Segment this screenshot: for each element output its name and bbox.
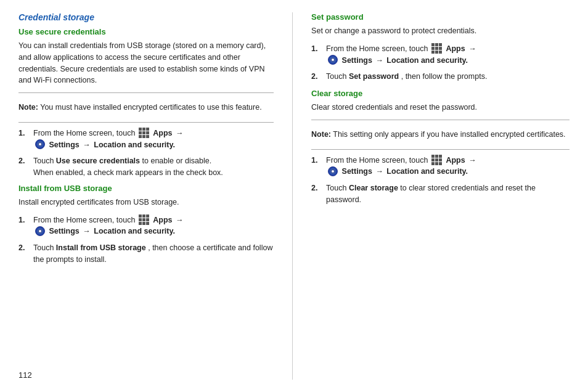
clr-step-content-2: Touch Clear storage to clear stored cred… bbox=[326, 182, 570, 206]
settings-label-4: Settings bbox=[342, 167, 375, 176]
clear-storage-body: Clear stored credentials and reset the p… bbox=[311, 102, 570, 113]
use-secure-cred-steps: 1. From the Home screen, touch Apps → bbox=[18, 128, 274, 179]
step-num-1: 1. bbox=[18, 128, 33, 151]
install-usb-title: Install from USB storage bbox=[18, 184, 274, 193]
apps-label-1: Apps bbox=[153, 129, 174, 137]
install-step2-pre: Touch bbox=[33, 243, 56, 252]
step2-pre: Touch bbox=[33, 157, 56, 165]
step-1: 1. From the Home screen, touch Apps → bbox=[18, 128, 274, 151]
note-box-2: Note: This setting only appears if you h… bbox=[311, 125, 570, 144]
settings-icon-1 bbox=[35, 139, 46, 150]
settings-icon-3 bbox=[327, 54, 338, 65]
apps-label-4: Apps bbox=[446, 156, 467, 165]
setpw-step-num-2: 2. bbox=[311, 71, 326, 83]
set-password-title: Set password bbox=[311, 12, 570, 22]
page: Credential storage Use secure credential… bbox=[0, 0, 588, 392]
divider-1 bbox=[18, 92, 274, 93]
arrow-4b: → bbox=[375, 167, 383, 176]
install-usb-body: Install encrypted certificates from USB … bbox=[18, 197, 274, 208]
install-step-content-2: Touch Install from USB storage , then ch… bbox=[33, 242, 274, 266]
settings-label-1: Settings bbox=[49, 141, 81, 149]
setpw-step2-bold: Set password bbox=[349, 72, 399, 81]
settings-icon-2 bbox=[35, 226, 46, 237]
setpw-step-num-1: 1. bbox=[311, 43, 326, 67]
apps-label-2: Apps bbox=[153, 216, 174, 224]
clr-step-1: 1. From the Home screen, touch Apps → bbox=[311, 155, 570, 178]
apps-icon-2 bbox=[139, 214, 150, 225]
arrow-1b: → bbox=[83, 141, 91, 149]
setpw-step-2: 2. Touch Set password , then follow the … bbox=[311, 71, 570, 83]
loc-security-4: Location and security. bbox=[386, 167, 468, 176]
arrow-3: → bbox=[468, 44, 476, 53]
step-content-1: From the Home screen, touch Apps → bbox=[33, 128, 274, 151]
clr-step2-bold: Clear storage bbox=[349, 184, 398, 192]
arrow-4: → bbox=[468, 156, 476, 165]
clr-step-num-2: 2. bbox=[311, 182, 326, 206]
setpw-step2-pre: Touch bbox=[326, 72, 349, 81]
install-step1-pre: From the Home screen, touch bbox=[33, 216, 137, 224]
install-step-num-1: 1. bbox=[18, 214, 33, 238]
credential-storage-title: Credential storage bbox=[18, 12, 274, 22]
right-column: Set password Set or change a password to… bbox=[293, 12, 570, 380]
arrow-2: → bbox=[176, 216, 184, 224]
page-number: 112 bbox=[18, 370, 32, 380]
setpw-step2-post: , then follow the prompts. bbox=[401, 72, 488, 81]
note-label-1: Note: bbox=[18, 103, 38, 112]
clr-step-2: 2. Touch Clear storage to clear stored c… bbox=[311, 182, 570, 206]
setpw-step-content-1: From the Home screen, touch Apps → bbox=[326, 43, 570, 67]
set-password-section: Set password Set or change a password to… bbox=[311, 12, 570, 83]
clear-storage-section: Clear storage Clear stored credentials a… bbox=[311, 89, 570, 206]
settings-icon-4 bbox=[327, 166, 338, 177]
note-box-1: Note: You must have installed encrypted … bbox=[18, 98, 274, 117]
note-text-2: This setting only appears if you have in… bbox=[331, 130, 566, 139]
step-num-2: 2. bbox=[18, 155, 33, 179]
step-content-2: Touch Use secure credentials to enable o… bbox=[33, 155, 274, 179]
loc-security-1: Location and security. bbox=[94, 141, 175, 149]
clr-step-num-1: 1. bbox=[311, 155, 326, 178]
clr-step2-pre: Touch bbox=[326, 184, 349, 192]
arrow-3b: → bbox=[375, 56, 383, 65]
set-password-steps: 1. From the Home screen, touch Apps → bbox=[311, 43, 570, 83]
clr-step1-pre: From the Home screen, touch bbox=[326, 156, 430, 165]
settings-label-2: Settings bbox=[49, 227, 81, 235]
loc-security-3: Location and security. bbox=[386, 56, 468, 65]
settings-label-3: Settings bbox=[342, 56, 375, 65]
clr-step-content-1: From the Home screen, touch Apps → bbox=[326, 155, 570, 178]
left-column: Credential storage Use secure credential… bbox=[18, 12, 293, 380]
note-text-1: You must have installed encrypted certif… bbox=[38, 103, 262, 112]
apps-icon-4 bbox=[431, 154, 443, 165]
clear-storage-steps: 1. From the Home screen, touch Apps → bbox=[311, 155, 570, 206]
divider-3 bbox=[311, 120, 570, 120]
step2-bold: Use secure credentials bbox=[56, 157, 140, 165]
apps-label-3: Apps bbox=[446, 44, 467, 53]
install-step-2: 2. Touch Install from USB storage , then… bbox=[18, 242, 274, 266]
divider-2 bbox=[18, 122, 274, 123]
install-step-1: 1. From the Home screen, touch Apps → bbox=[18, 214, 274, 238]
note-label-2: Note: bbox=[311, 130, 331, 139]
install-step-num-2: 2. bbox=[18, 242, 33, 266]
use-secure-credentials-title: Use secure credentials bbox=[18, 27, 274, 36]
install-step2-bold: Install from USB storage bbox=[56, 243, 146, 252]
use-secure-credentials-section: Use secure credentials You can install c… bbox=[18, 27, 274, 179]
set-password-body: Set or change a password to protect cred… bbox=[311, 25, 570, 37]
arrow-1: → bbox=[176, 129, 184, 137]
loc-security-2: Location and security. bbox=[94, 227, 175, 235]
install-step-content-1: From the Home screen, touch Apps → bbox=[33, 214, 274, 238]
arrow-2b: → bbox=[83, 227, 91, 235]
setpw-step-1: 1. From the Home screen, touch Apps → bbox=[311, 43, 570, 67]
setpw-step-content-2: Touch Set password , then follow the pro… bbox=[326, 71, 570, 83]
apps-icon-1 bbox=[139, 127, 150, 138]
install-usb-steps: 1. From the Home screen, touch Apps → bbox=[18, 214, 274, 266]
setpw-step1-pre: From the Home screen, touch bbox=[326, 44, 430, 53]
step-2: 2. Touch Use secure credentials to enabl… bbox=[18, 155, 274, 179]
use-secure-credentials-body: You can install credentials from USB sto… bbox=[18, 40, 274, 86]
install-usb-section: Install from USB storage Install encrypt… bbox=[18, 184, 274, 266]
clear-storage-title: Clear storage bbox=[311, 89, 570, 98]
divider-4 bbox=[311, 149, 570, 150]
step1-pre: From the Home screen, touch bbox=[33, 129, 137, 137]
apps-icon-3 bbox=[431, 43, 443, 54]
